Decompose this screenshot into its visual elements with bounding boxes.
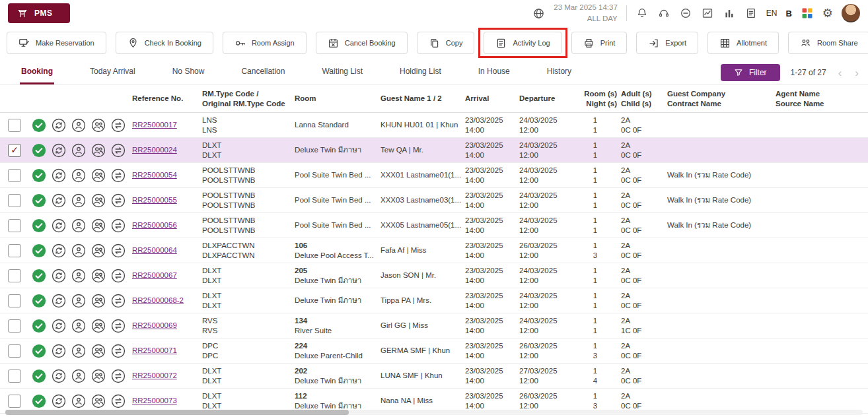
group-icon[interactable] [91, 143, 106, 158]
guest-icon[interactable] [71, 143, 86, 158]
reference-link[interactable]: RR25000067 [132, 271, 202, 280]
table-row[interactable]: RR25000068-2 DLXT DLXT Deluxe Twin มีภาษ… [0, 288, 868, 313]
status-confirmed-icon[interactable] [32, 168, 46, 183]
transfer-icon[interactable] [111, 218, 126, 233]
pagination-next-icon[interactable]: › [853, 67, 860, 79]
sync-icon[interactable] [52, 143, 66, 158]
guest-icon[interactable] [71, 319, 86, 333]
tab-cancellation[interactable]: Cancellation [240, 61, 286, 84]
apps-icon[interactable] [801, 7, 814, 20]
status-confirmed-icon[interactable] [32, 294, 46, 308]
currency-selector[interactable]: B [785, 9, 791, 18]
row-checkbox[interactable] [8, 395, 21, 408]
status-confirmed-icon[interactable] [32, 269, 46, 283]
guest-icon[interactable] [71, 394, 86, 408]
transfer-icon[interactable] [111, 243, 126, 258]
group-icon[interactable] [91, 294, 106, 308]
row-checkbox[interactable] [8, 269, 21, 282]
bar-chart-icon[interactable] [723, 7, 736, 20]
row-checkbox[interactable] [8, 369, 21, 383]
cancel-booking-button[interactable]: Cancel Booking [316, 32, 408, 54]
tab-in-house[interactable]: In House [477, 61, 511, 84]
transfer-icon[interactable] [111, 193, 126, 208]
table-row[interactable]: ✓ RR25000024 DLXT DLXT Deluxe T [0, 138, 868, 163]
table-row[interactable]: RR25000064 DLXPACCTWN DLXPACCTWN 106 Del… [0, 238, 868, 263]
print-button[interactable]: Print [571, 32, 628, 54]
sync-icon[interactable] [52, 269, 66, 283]
status-confirmed-icon[interactable] [32, 369, 46, 383]
tab-booking[interactable]: Booking [20, 61, 54, 84]
status-circle-icon[interactable] [679, 7, 692, 20]
language-selector[interactable]: EN [766, 9, 778, 18]
sync-icon[interactable] [52, 319, 66, 333]
reference-link[interactable]: RR25000069 [132, 321, 202, 331]
scrollbar-thumb[interactable] [5, 410, 349, 415]
tab-history[interactable]: History [546, 61, 573, 84]
reference-link[interactable]: RR25000071 [132, 346, 202, 356]
transfer-icon[interactable] [111, 118, 126, 133]
guest-icon[interactable] [71, 118, 86, 133]
group-icon[interactable] [91, 218, 106, 233]
transfer-icon[interactable] [111, 344, 126, 358]
reference-link[interactable]: RR25000064 [132, 245, 202, 255]
guest-icon[interactable] [71, 218, 86, 233]
status-confirmed-icon[interactable] [32, 218, 46, 233]
gear-icon[interactable]: ⚙ [822, 7, 833, 19]
sync-icon[interactable] [52, 218, 66, 233]
copy-button[interactable]: Copy [417, 32, 475, 54]
row-checkbox[interactable] [8, 244, 21, 257]
activity-log-button[interactable]: Activity Log [484, 32, 561, 54]
guest-icon[interactable] [71, 243, 86, 258]
group-icon[interactable] [91, 394, 106, 408]
table-row[interactable]: RR25000071 DPC DPC 224 Deluxe Parent-Chi… [0, 338, 868, 364]
globe-icon[interactable] [532, 7, 545, 20]
report-icon[interactable] [744, 7, 758, 20]
transfer-icon[interactable] [111, 269, 126, 283]
group-icon[interactable] [91, 344, 106, 358]
row-checkbox[interactable] [8, 344, 21, 358]
guest-icon[interactable] [71, 294, 86, 308]
sync-icon[interactable] [52, 168, 66, 183]
pagination-prev-icon[interactable]: ‹ [837, 67, 844, 79]
sync-icon[interactable] [52, 193, 66, 208]
transfer-icon[interactable] [111, 369, 126, 383]
user-avatar[interactable] [842, 4, 860, 22]
reference-link[interactable]: RR25000055 [132, 195, 202, 205]
reference-link[interactable]: RR25000073 [132, 396, 202, 406]
guest-icon[interactable] [71, 168, 86, 183]
row-checkbox[interactable] [8, 319, 21, 333]
group-icon[interactable] [91, 369, 106, 383]
table-row[interactable]: RR25000067 DLXT DLXT 205 Deluxe Twin มีภ… [0, 263, 868, 288]
status-confirmed-icon[interactable] [32, 394, 46, 408]
status-confirmed-icon[interactable] [32, 319, 46, 333]
status-confirmed-icon[interactable] [32, 243, 46, 258]
table-row[interactable]: RR25000072 DLXT DLXT 202 Deluxe Twin มีภ… [0, 364, 868, 389]
assist-icon[interactable] [657, 7, 670, 20]
transfer-icon[interactable] [111, 294, 126, 308]
status-confirmed-icon[interactable] [32, 193, 46, 208]
transfer-icon[interactable] [111, 168, 126, 183]
export-button[interactable]: Export [636, 32, 698, 54]
guest-icon[interactable] [71, 344, 86, 358]
reference-link[interactable]: RR25000017 [132, 120, 202, 130]
row-checkbox[interactable] [8, 169, 21, 182]
row-checkbox[interactable] [8, 194, 21, 207]
reference-link[interactable]: RR25000072 [132, 371, 202, 381]
room-share-button[interactable]: Room Share [788, 32, 868, 54]
group-icon[interactable] [91, 168, 106, 183]
table-row[interactable]: RR25000069 RVS RVS 134 River Suite Girl … [0, 313, 868, 338]
guest-icon[interactable] [71, 369, 86, 383]
sync-icon[interactable] [52, 394, 66, 408]
table-row[interactable]: RR25000056 POOLSTTWNB POOLSTTWNB Pool Su… [0, 213, 868, 238]
bell-icon[interactable] [635, 7, 649, 20]
group-icon[interactable] [91, 118, 106, 133]
reference-link[interactable]: RR25000056 [132, 220, 202, 230]
group-icon[interactable] [91, 319, 106, 333]
status-confirmed-icon[interactable] [32, 344, 46, 358]
filter-button[interactable]: Filter [721, 64, 780, 81]
sync-icon[interactable] [52, 369, 66, 383]
guest-icon[interactable] [71, 193, 86, 208]
tab-holding-list[interactable]: Holding List [398, 61, 443, 84]
reference-link[interactable]: RR25000024 [132, 145, 202, 155]
table-row[interactable]: RR25000017 LNS LNS Lanna Standard KHUN H… [0, 113, 868, 138]
